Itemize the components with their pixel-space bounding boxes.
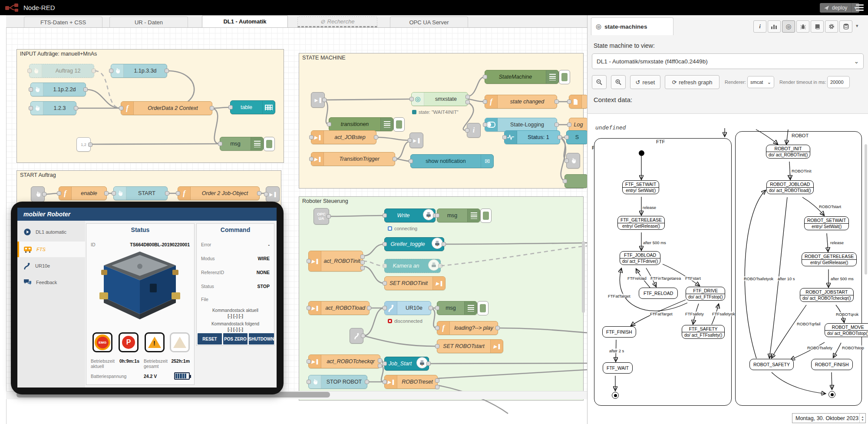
app-header: Node-RED deploy ▾ (0, 0, 868, 15)
deploy-icon (824, 5, 829, 11)
node-debug-transitionen[interactable]: transitionen (329, 117, 393, 131)
node-opcua[interactable]: OPC UA (314, 208, 329, 225)
refresh-graph-button[interactable]: ⟳refresh graph (665, 75, 719, 89)
chart-icon (771, 24, 777, 29)
node-inject-start[interactable]: START (113, 186, 168, 200)
timeout-input[interactable]: 20000 (827, 76, 850, 88)
node-ur10e[interactable]: UR10e (384, 301, 431, 315)
reset-graph-button[interactable]: ↺reset (630, 75, 660, 89)
node-inject-auftrag12[interactable]: Auftrag 12 (29, 64, 94, 78)
node-robot-greifer-toggle[interactable]: Greifer_toggle (384, 237, 444, 251)
nav-dl1-automatic[interactable]: DL1 automatic (17, 224, 85, 240)
nav-fts[interactable]: FTS (17, 242, 85, 257)
node-smxstate[interactable]: ◎ smxstate (411, 92, 468, 106)
play-icon (23, 228, 31, 236)
battery-row: Batteriespannung24.2 V (91, 372, 190, 380)
node-function-loading-play[interactable]: f loading?--> play (437, 321, 498, 335)
reset-button[interactable]: RESET (198, 333, 222, 344)
tab-opc-ua-server[interactable]: OPC UA Server (390, 17, 468, 27)
help-tab-button[interactable] (811, 20, 824, 33)
sidebar-scrollbar-thumb[interactable] (865, 144, 867, 275)
node-partial-inject[interactable] (566, 153, 580, 169)
node-function-state-changed[interactable]: f state changed (485, 95, 557, 109)
node-function-enable[interactable]: f enable (59, 186, 107, 200)
node-ur-small[interactable] (350, 328, 363, 344)
node-function-orderdata[interactable]: f OrderData 2 Context (121, 101, 212, 115)
zoom-out-button[interactable] (592, 75, 607, 89)
tab-dl1-automatik[interactable]: DL1 - Automatik (202, 15, 288, 27)
node-link-in-sm[interactable]: ▶▐ (311, 92, 325, 108)
renderer-select[interactable]: smcat⌄ (747, 76, 774, 88)
sidebar-more-caret[interactable]: ▾ (856, 23, 858, 29)
node-debug-msg-write[interactable]: msg (437, 209, 480, 222)
node-ui-table[interactable]: table (230, 100, 275, 114)
node-status-1[interactable]: Status: 1 (504, 130, 560, 144)
node-debug-msg-ur[interactable]: msg (437, 301, 477, 315)
debug-tab-button[interactable] (796, 20, 809, 33)
node-link-out-set-robotinit[interactable]: SET ROBOTinit ▶▐ (384, 276, 446, 290)
main-menu-button[interactable] (855, 3, 864, 12)
debug-toggle-button[interactable] (264, 137, 275, 151)
node-switch-state-logging[interactable]: State-Logging (485, 118, 557, 132)
tab-fts-daten[interactable]: FTS-Daten + CSS (24, 17, 102, 27)
node-function-order2job[interactable]: f Order 2 Job-Object (178, 186, 260, 200)
node-robot-job-start[interactable]: Job_Start (384, 357, 429, 371)
node-inject-stop-robot[interactable]: STOP ROBOT (308, 375, 367, 389)
node-inject-123[interactable]: 1.2.3 (30, 101, 76, 115)
node-inject-small[interactable] (31, 186, 45, 202)
node-link-robotreset[interactable]: ▶▐ ROBOTreset (384, 375, 438, 389)
node-partial-file[interactable] (569, 95, 588, 109)
tab-recherche[interactable]: ⊘Recherche (297, 17, 377, 27)
node-link-transitiontrigger[interactable]: ▶▐ TransitionTrigger (311, 152, 395, 166)
node-link-act-robotcheckqr[interactable]: ▶▐ act_ROBOTcheckqr (308, 354, 380, 368)
node-file-12[interactable]: 1,2 (76, 137, 91, 152)
debug-toggle-button[interactable] (393, 117, 405, 132)
nav-feedback[interactable]: Feedback (17, 275, 85, 290)
node-link-act-jobstep[interactable]: ▶▐ act_JOBstep (311, 130, 376, 144)
emg-button[interactable]: EMG (92, 332, 112, 352)
node-link-out-start[interactable]: ▶▐ (266, 186, 280, 202)
node-link-out-set-robotstart[interactable]: SET ROBOTstart ▶▐ (437, 339, 503, 353)
node-inject-11p33d[interactable]: 1.1p.3.3d (111, 64, 167, 78)
node-link-act-robotload[interactable]: ▶▐ act_ROBOTload (308, 301, 370, 315)
node-partial-debug[interactable] (564, 174, 588, 188)
shutdown-button[interactable]: SHUTDOWN (249, 333, 274, 344)
node-partial-s[interactable]: S (566, 130, 588, 144)
state-graph-area[interactable]: undefined Pan: Click+drag / Zoom: Mousew… (587, 114, 868, 424)
node-debug-msg-input[interactable]: msg (220, 137, 264, 151)
node-link-square[interactable]: ▶▐ (409, 132, 423, 148)
chart-tab-button[interactable] (768, 20, 781, 33)
debug-toggle-button[interactable] (477, 301, 488, 315)
node-partial-log[interactable]: Log (569, 118, 588, 132)
brake-button[interactable]: P (119, 332, 139, 352)
debug-toggle-button[interactable] (559, 70, 570, 84)
command-panel-title: Command (197, 226, 274, 233)
sidebar-tab-state-machines[interactable]: ◎ state-machines (591, 17, 673, 35)
state-ftf-reload: FTF_RELOAD (639, 288, 678, 299)
palette-strip (0, 27, 7, 424)
config-tab-button[interactable] (825, 20, 838, 33)
state-machine-tab-button[interactable]: ◎ (782, 20, 795, 33)
tab-ur-daten[interactable]: UR - Daten (109, 17, 188, 27)
v-scrollbar-thumb[interactable] (582, 241, 585, 313)
pos-zero-button[interactable]: POS ZERO (223, 333, 248, 344)
node-debug-statemachine[interactable]: StateMachine (485, 70, 559, 84)
nav-ur10e[interactable]: UR10e (17, 258, 85, 274)
node-robot-write[interactable]: Write (384, 209, 436, 222)
node-robot-kamera-an[interactable]: Kamera an (384, 259, 441, 273)
info-tab-button[interactable]: i (753, 20, 766, 33)
context-tab-button[interactable] (839, 20, 852, 33)
zoom-in-button[interactable] (611, 75, 626, 89)
deploy-button[interactable]: deploy ▾ (820, 3, 859, 13)
node-show-notification[interactable]: show notification ✉ (410, 154, 494, 168)
node-link-act-robotinit[interactable]: ▶▐ act_ROBOTinit (308, 251, 363, 272)
date-spinner[interactable]: ▲▼ (859, 414, 865, 423)
node-info[interactable]: i (467, 123, 481, 138)
warning-button[interactable]: ! (145, 332, 165, 352)
debug-toggle-button[interactable] (480, 209, 492, 223)
chevron-down-icon: ⌄ (767, 80, 771, 85)
date-input[interactable]: Montag, 30. Oktober 2023 ▲▼ (792, 413, 866, 423)
node-inject-11p22d[interactable]: 1.1p.2.2d (30, 83, 86, 96)
inactive-warning-button[interactable] (170, 332, 190, 352)
state-machine-select[interactable]: DL1 - Automatik/smxstate (f4ff0ca0.2449b… (592, 53, 864, 69)
